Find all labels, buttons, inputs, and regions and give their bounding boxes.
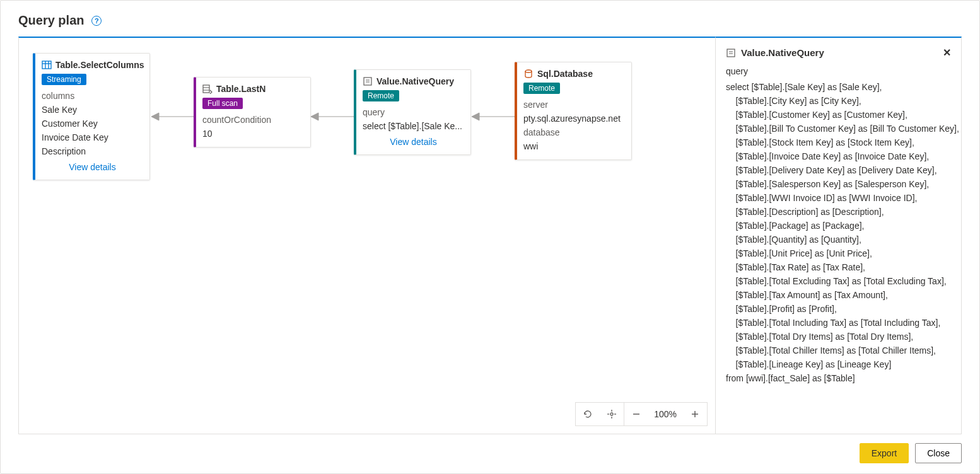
close-panel-button[interactable]: ✕ (943, 47, 951, 59)
svg-marker-5 (472, 113, 479, 120)
reset-view-button[interactable] (576, 403, 600, 425)
node-value: select [$Table].[Sale Ke... (363, 119, 464, 133)
svg-point-17 (610, 413, 613, 415)
node-value: wwi (523, 139, 625, 153)
svg-marker-3 (311, 113, 318, 120)
help-icon[interactable]: ? (91, 16, 102, 26)
node-title: Sql.Database (537, 69, 593, 79)
details-panel: Value.NativeQuery ✕ query select [$Table… (716, 37, 962, 434)
badge-fullscan: Full scan (202, 98, 243, 109)
query-plan-dialog: Query plan ? (0, 0, 980, 474)
query-icon (363, 76, 373, 86)
badge-remote: Remote (523, 83, 560, 94)
node-title: Table.SelectColumns (55, 60, 144, 70)
node-param-label: server (523, 98, 625, 112)
node-table-selectcolumns[interactable]: Table.SelectColumns Streaming columns Sa… (33, 53, 150, 180)
svg-rect-10 (203, 85, 209, 93)
database-icon (523, 69, 534, 79)
node-title: Value.NativeQuery (376, 76, 454, 86)
edge-arrow (151, 110, 195, 123)
dialog-footer: Export Close (18, 434, 962, 463)
node-value: Customer Key (42, 117, 143, 130)
svg-marker-1 (151, 113, 159, 120)
node-title: Table.LastN (216, 84, 265, 94)
zoom-level: 100% (648, 409, 683, 419)
edge-arrow (472, 110, 516, 123)
node-body: Remote server pty.sql.azuresynapse.net d… (517, 83, 631, 159)
svg-point-16 (525, 70, 532, 72)
close-button[interactable]: Close (915, 443, 962, 463)
zoom-out-button[interactable] (624, 403, 648, 425)
dialog-header: Query plan ? (18, 13, 962, 28)
plan-canvas[interactable]: Table.SelectColumns Streaming columns Sa… (18, 37, 716, 434)
query-icon (726, 48, 736, 58)
node-value-nativequery[interactable]: Value.NativeQuery Remote query select [$… (354, 69, 471, 155)
view-details-link[interactable]: View details (42, 158, 143, 173)
node-header: Sql.Database (517, 62, 631, 83)
page-title: Query plan (18, 13, 84, 28)
svg-rect-6 (42, 61, 51, 69)
badge-streaming: Streaming (42, 74, 86, 85)
table-lastn-icon (202, 84, 213, 94)
badge-remote: Remote (363, 90, 399, 101)
edge-arrow (311, 110, 355, 123)
fit-view-button[interactable] (600, 403, 624, 425)
svg-rect-13 (364, 78, 371, 85)
node-param-label: columns (42, 89, 143, 103)
panel-header: Value.NativeQuery ✕ (726, 47, 951, 59)
panel-title: Value.NativeQuery (741, 47, 824, 58)
zoom-toolbar: 100% (575, 402, 708, 426)
node-table-lastn[interactable]: Table.LastN Full scan countOrCondition 1… (194, 77, 311, 147)
panel-section-label: query (726, 66, 951, 76)
view-details-link[interactable]: View details (363, 133, 464, 148)
node-body: Streaming columns Sale Key Customer Key … (35, 74, 149, 180)
node-value: Sale Key (42, 103, 143, 117)
export-button[interactable]: Export (860, 443, 909, 463)
node-value: 10 (202, 127, 304, 141)
node-value: Invoice Date Key (42, 130, 143, 144)
node-sql-database[interactable]: Sql.Database Remote server pty.sql.azure… (515, 62, 632, 160)
node-header: Table.LastN (196, 78, 310, 98)
svg-rect-25 (727, 49, 735, 57)
table-icon (42, 60, 52, 70)
node-header: Value.NativeQuery (356, 70, 470, 90)
node-body: Remote query select [$Table].[Sale Ke...… (356, 90, 470, 154)
node-value: Description (42, 144, 143, 158)
node-header: Table.SelectColumns (35, 54, 149, 74)
sql-text: select [$Table].[Sale Key] as [Sale Key]… (726, 80, 951, 385)
node-param-label: countOrCondition (202, 113, 304, 127)
node-param-label: query (363, 105, 464, 119)
zoom-in-button[interactable] (683, 403, 707, 425)
content-area: Table.SelectColumns Streaming columns Sa… (18, 37, 962, 434)
node-value: pty.sql.azuresynapse.net (523, 112, 625, 125)
node-param-label: database (523, 125, 625, 139)
node-body: Full scan countOrCondition 10 (196, 98, 310, 147)
